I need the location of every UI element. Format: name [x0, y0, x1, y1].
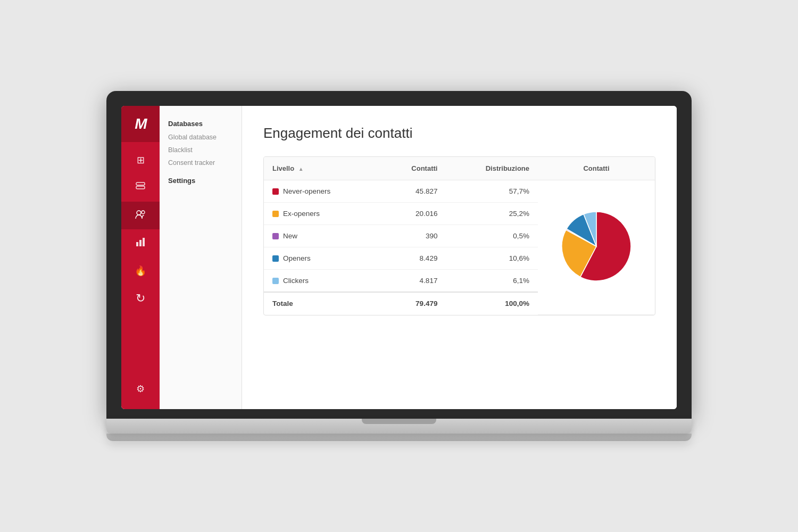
svg-rect-6	[143, 238, 145, 246]
laptop-hinge	[362, 419, 436, 424]
level-label: Never-openers	[283, 187, 330, 195]
sub-sidebar: Databases Global database Blacklist Cons…	[160, 106, 242, 409]
engagement-table-card: Livello ▲ Contatti Distribuzione Contatt…	[263, 156, 655, 315]
grid-icon: ⊞	[137, 154, 145, 166]
sidebar-item-grid[interactable]: ⊞	[121, 146, 160, 174]
page-title: Engagement dei contatti	[263, 125, 655, 142]
header-distribuzione: Distribuzione	[446, 157, 538, 180]
sidebar-item-contacts[interactable]	[121, 202, 160, 229]
settings-icon: ⚙	[136, 383, 145, 395]
databases-section: Databases Global database Blacklist Cons…	[160, 117, 242, 169]
table-row[interactable]: Never-openers 45.827 57,7%	[264, 180, 655, 203]
svg-rect-0	[136, 182, 145, 185]
level-color-indicator	[272, 233, 279, 239]
contacts-value: 390	[381, 225, 446, 247]
analytics-icon	[135, 237, 146, 250]
level-label: Openers	[283, 254, 311, 262]
total-contacts: 79.479	[381, 292, 446, 314]
distribution-value: 0,5%	[446, 225, 538, 247]
contacts-value: 8.429	[381, 247, 446, 270]
level-label: Clickers	[283, 277, 309, 285]
distribution-value: 10,6%	[446, 247, 538, 270]
pie-chart-cell	[538, 180, 655, 315]
consent-tracker-item[interactable]: Consent tracker	[160, 156, 242, 169]
engagement-table: Livello ▲ Contatti Distribuzione Contatt…	[264, 157, 655, 315]
svg-point-2	[137, 211, 141, 215]
laptop-base	[106, 419, 692, 434]
level-cell: New	[264, 225, 381, 247]
screen-bezel: M ⊞	[106, 91, 692, 419]
logo-text: M	[135, 115, 146, 132]
global-database-item[interactable]: Global database	[160, 131, 242, 144]
level-cell: Never-openers	[264, 180, 381, 203]
distribution-value: 57,7%	[446, 180, 538, 203]
level-color-indicator	[272, 278, 279, 284]
header-pie-contatti: Contatti	[538, 157, 655, 180]
database-icon	[135, 181, 146, 195]
svg-point-3	[142, 211, 145, 214]
content-area: Engagement dei contatti Livello ▲ Contat…	[242, 106, 677, 409]
level-color-indicator	[272, 188, 279, 195]
logo[interactable]: M	[121, 106, 160, 142]
level-label: New	[283, 232, 297, 240]
sidebar: M ⊞	[121, 106, 160, 409]
sidebar-item-settings[interactable]: ⚙	[121, 375, 160, 403]
screen: M ⊞	[121, 106, 677, 409]
laptop-bottom	[106, 434, 692, 441]
contacts-value: 20.016	[381, 203, 446, 225]
level-cell: Openers	[264, 247, 381, 270]
total-distribution: 100,0%	[446, 292, 538, 314]
sidebar-item-sync[interactable]: ↻	[121, 285, 160, 312]
svg-rect-5	[139, 240, 142, 246]
header-livello[interactable]: Livello ▲	[264, 157, 381, 180]
sort-arrow-icon: ▲	[298, 166, 304, 172]
fire-icon: 🔥	[135, 265, 146, 277]
settings-item[interactable]: Settings	[160, 173, 242, 188]
svg-rect-4	[136, 242, 138, 246]
contacts-value: 45.827	[381, 180, 446, 203]
table-header-row: Livello ▲ Contatti Distribuzione Contatt…	[264, 157, 655, 180]
level-color-indicator	[272, 255, 279, 262]
level-cell: Clickers	[264, 270, 381, 293]
header-contatti: Contatti	[381, 157, 446, 180]
distribution-value: 6,1%	[446, 270, 538, 293]
sync-icon: ↻	[136, 292, 145, 305]
contacts-value: 4.817	[381, 270, 446, 293]
svg-rect-1	[136, 186, 145, 189]
level-color-indicator	[272, 211, 279, 217]
level-label: Ex-openers	[283, 210, 320, 218]
main-area: Databases Global database Blacklist Cons…	[160, 106, 677, 409]
pie-chart-svg	[554, 206, 639, 286]
total-label: Totale	[264, 292, 381, 314]
sidebar-item-database[interactable]	[121, 174, 160, 202]
contacts-icon	[135, 209, 146, 222]
sidebar-item-analytics[interactable]	[121, 229, 160, 257]
distribution-value: 25,2%	[446, 203, 538, 225]
blacklist-item[interactable]: Blacklist	[160, 144, 242, 156]
sidebar-item-fire[interactable]: 🔥	[121, 257, 160, 285]
level-cell: Ex-openers	[264, 203, 381, 225]
databases-title[interactable]: Databases	[160, 117, 242, 131]
laptop-container: M ⊞	[106, 91, 692, 441]
